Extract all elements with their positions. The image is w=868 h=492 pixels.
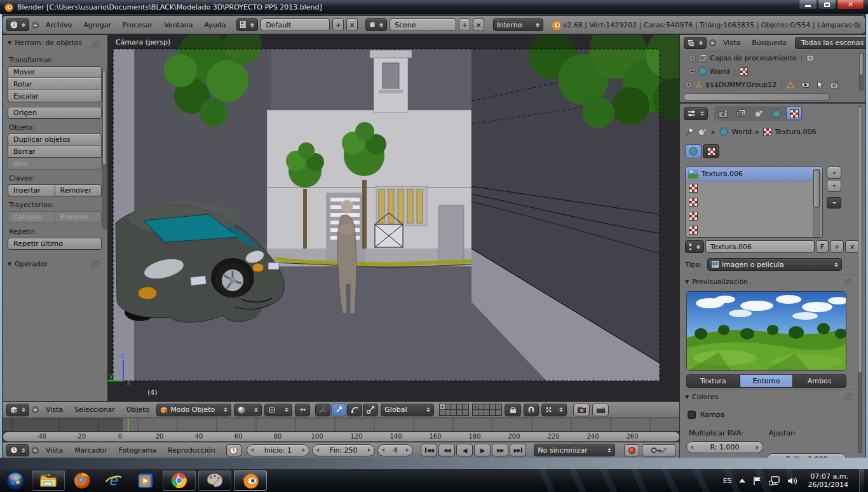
- preview-entorno-option[interactable]: Entorno: [740, 375, 794, 387]
- menu-fotograma[interactable]: Fotograma: [114, 446, 161, 454]
- current-frame-field[interactable]: 4: [377, 444, 413, 456]
- collapse-menus-icon[interactable]: [32, 406, 39, 413]
- outliner-row-render-layers[interactable]: + Capas de procesamiento|: [689, 51, 814, 64]
- menu-reproduccion[interactable]: Reproducción: [163, 446, 220, 454]
- preview-ambos-option[interactable]: Ambos: [793, 375, 846, 387]
- menu-marcador[interactable]: Marcador: [70, 446, 112, 454]
- rotar-button[interactable]: Rotar: [8, 78, 102, 90]
- timeline-ruler[interactable]: -40 -20 0 20 40 60 80 100 120 140 160 18…: [3, 432, 680, 442]
- end-frame-field[interactable]: Fin: 250: [312, 444, 375, 456]
- scene-name-field[interactable]: Scene: [390, 18, 457, 31]
- new-texture-button[interactable]: +: [830, 240, 844, 253]
- preview-textura-option[interactable]: Textura: [687, 375, 740, 387]
- tool-shelf-panel-header[interactable]: ▼ Herram. de objetos: [8, 39, 102, 47]
- layer-grid-1[interactable]: [439, 404, 469, 416]
- current-frame-line[interactable]: [128, 418, 129, 431]
- menu-ventana[interactable]: Ventana: [159, 21, 197, 29]
- start-button[interactable]: [1, 470, 29, 491]
- show-hidden-icons-button[interactable]: [739, 479, 745, 482]
- lock-to-scene-toggle[interactable]: [505, 404, 521, 416]
- menu-vista-3d[interactable]: Vista: [41, 406, 67, 414]
- taskbar-image-editor[interactable]: [198, 470, 231, 491]
- collapse-menus-icon[interactable]: [32, 22, 39, 29]
- visibility-eye-icon[interactable]: [801, 81, 810, 88]
- taskbar-internet-explorer[interactable]: e: [99, 470, 128, 491]
- menu-vista-timeline[interactable]: Vista: [41, 446, 67, 454]
- layers-widget[interactable]: [439, 404, 502, 416]
- operator-panel-header[interactable]: ▼ Operador: [8, 260, 102, 268]
- slot-specials-menu-button[interactable]: [827, 197, 841, 208]
- menu-agregar[interactable]: Agregar: [79, 21, 116, 29]
- taskbar-explorer[interactable]: [32, 470, 65, 491]
- duplicar-objetos-button[interactable]: Duplicar objetos: [8, 133, 102, 146]
- menu-ayuda[interactable]: Ayuda: [200, 21, 230, 29]
- taskbar-chrome[interactable]: [163, 470, 196, 491]
- outliner-h-scrollbar[interactable]: [684, 93, 830, 100]
- render-opengl-button[interactable]: [573, 404, 590, 416]
- render-engine-select[interactable]: Interno: [493, 18, 543, 31]
- texture-slot-list[interactable]: Textura.006: [685, 167, 823, 238]
- renderability-camera-icon[interactable]: [830, 81, 838, 88]
- taskbar-firefox[interactable]: [67, 470, 97, 491]
- tool-shelf-scrollbar[interactable]: [102, 70, 107, 229]
- render-animation-button[interactable]: [592, 404, 609, 416]
- 3d-viewport[interactable]: Cámara (persp) (4) z y x: [108, 35, 680, 401]
- insertar-button[interactable]: Insertar: [8, 184, 55, 196]
- editor-type-button-outliner[interactable]: [684, 37, 707, 49]
- show-desktop-button[interactable]: [859, 469, 864, 492]
- keying-set-button[interactable]: [642, 444, 676, 456]
- delete-scene-button[interactable]: ×: [473, 18, 484, 31]
- menu-vista-outliner[interactable]: Vista: [719, 39, 745, 47]
- slot-list-scrollbar[interactable]: [813, 169, 820, 236]
- escalar-button[interactable]: Escalar: [8, 90, 102, 102]
- texture-name-field[interactable]: Textura.006: [705, 240, 815, 253]
- scene-icon-button[interactable]: [365, 18, 387, 31]
- panel-resize-grip[interactable]: [92, 41, 100, 49]
- jump-to-start-button[interactable]: ◀◀: [421, 444, 437, 456]
- move-slot-up-button[interactable]: [827, 167, 841, 179]
- tab-scene[interactable]: [750, 107, 766, 120]
- sync-mode-select[interactable]: No sincronizar: [534, 444, 615, 456]
- screen-layout-icon-button[interactable]: [236, 18, 258, 31]
- collapse-menus-icon[interactable]: [32, 447, 39, 454]
- brillo-slider[interactable]: Brillo: 1.000: [767, 453, 846, 458]
- menu-procesar[interactable]: Procesar: [118, 21, 157, 29]
- texture-slot-empty[interactable]: [686, 181, 822, 195]
- menu-seleccionar[interactable]: Seleccionar: [70, 406, 119, 414]
- auto-keyframe-record-button[interactable]: [624, 444, 639, 456]
- manipulate-center-points-toggle[interactable]: ↔: [295, 404, 310, 416]
- pivot-point-select[interactable]: [264, 404, 292, 416]
- r-multiply-slider[interactable]: R: 1.000: [686, 441, 763, 453]
- panel-resize-grip[interactable]: [844, 278, 853, 286]
- window-titlebar[interactable]: Blender [C:\Users\usuario\Documents\BLAC…: [0, 0, 868, 14]
- snap-element-select[interactable]: [541, 404, 567, 416]
- manipulator-toggle[interactable]: [315, 404, 330, 416]
- layer-grid-2[interactable]: [472, 404, 502, 416]
- browse-texture-button[interactable]: [685, 240, 704, 253]
- eliminar-button[interactable]: Eliminar: [55, 211, 102, 223]
- breadcrumb-texture[interactable]: Textura.006: [775, 128, 817, 136]
- add-scene-button[interactable]: +: [459, 18, 470, 31]
- speaker-icon[interactable]: [787, 476, 797, 486]
- pin-icon[interactable]: [685, 127, 694, 136]
- preview-panel-header[interactable]: ▼ Previsualización: [685, 278, 853, 286]
- expand-plus-icon[interactable]: +: [685, 81, 692, 88]
- timeline-track[interactable]: [3, 418, 680, 431]
- fake-user-button[interactable]: F: [816, 240, 829, 253]
- outliner-row-world[interactable]: + World|: [689, 65, 748, 78]
- network-icon[interactable]: [769, 476, 780, 486]
- taskbar-blender[interactable]: [234, 470, 267, 491]
- snap-toggle[interactable]: [524, 404, 539, 416]
- other-texture-context-button[interactable]: [703, 144, 719, 158]
- preview-range-clock-toggle[interactable]: [226, 444, 241, 456]
- origen-button[interactable]: Origen: [8, 107, 102, 119]
- expand-plus-icon[interactable]: +: [689, 68, 696, 75]
- texture-slot-empty[interactable]: [686, 209, 822, 223]
- start-frame-field[interactable]: Inicio: 1: [247, 444, 309, 456]
- play-button[interactable]: ▶: [474, 444, 491, 456]
- layout-name-field[interactable]: Default: [261, 18, 330, 31]
- taskbar-media-player[interactable]: [131, 470, 160, 491]
- unlink-texture-button[interactable]: ×: [845, 240, 859, 253]
- texture-slot-empty[interactable]: [686, 223, 822, 237]
- taskbar-clock[interactable]: 07:07 a.m. 26/01/2014: [804, 472, 852, 489]
